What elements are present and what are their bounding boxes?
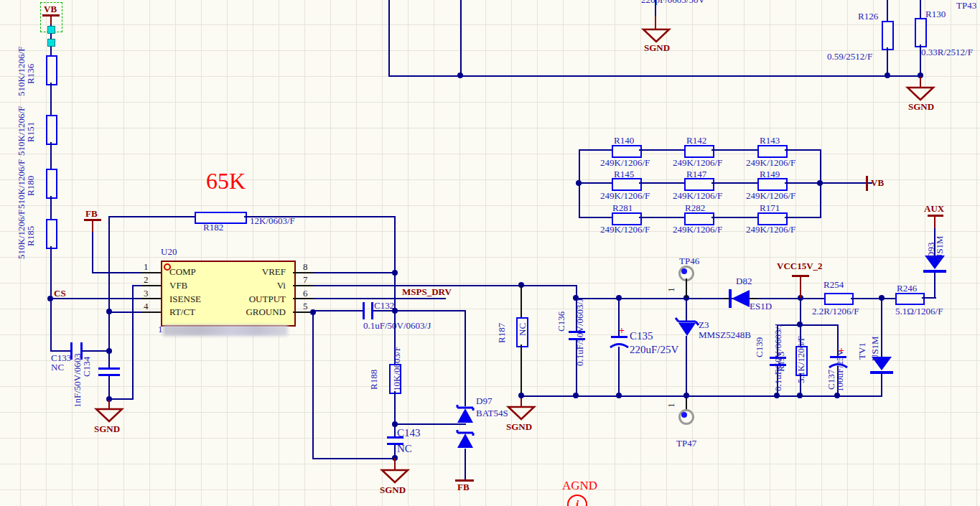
wire[interactable]: [50, 196, 52, 219]
sgnd-label[interactable]: SGND: [94, 424, 120, 434]
resistor-value[interactable]: 510K/1206/F: [17, 106, 26, 156]
agnd-directive[interactable]: i: [567, 495, 587, 506]
wire[interactable]: [313, 310, 363, 311]
aux-port-stem[interactable]: [934, 216, 935, 229]
resistor-r126[interactable]: [882, 21, 894, 50]
resistor-value[interactable]: 249K/1206/F: [746, 191, 795, 200]
zener-z3[interactable]: [676, 316, 699, 337]
resistor-value[interactable]: 510K/1206/F: [17, 159, 26, 209]
capacitor-value[interactable]: 0.1uF/50V/0603/J: [575, 299, 584, 366]
wire[interactable]: [313, 285, 577, 286]
wire[interactable]: [851, 298, 895, 299]
fb-port-label[interactable]: FB: [457, 482, 470, 492]
wire[interactable]: [92, 232, 93, 273]
pin[interactable]: [293, 285, 313, 286]
resistor-value[interactable]: 2.2R/1206/F: [812, 306, 859, 316]
resistor-designator[interactable]: R187: [497, 323, 506, 343]
resistor-value[interactable]: 249K/1206/F: [673, 225, 722, 234]
capacitor-designator[interactable]: C135: [630, 331, 653, 342]
wire[interactable]: [388, 75, 921, 77]
sgnd-label[interactable]: SGND: [908, 102, 934, 112]
diode-designator[interactable]: TV1: [857, 342, 867, 360]
resistor-r142[interactable]: [684, 145, 714, 158]
resistor-r145[interactable]: [612, 178, 642, 191]
wire[interactable]: [108, 311, 142, 313]
diode-designator[interactable]: D82: [736, 276, 752, 286]
diode-d97-top[interactable]: [455, 403, 475, 425]
testpoint-label[interactable]: TP43: [956, 1, 976, 10]
wire[interactable]: [312, 311, 314, 459]
resistor-r143[interactable]: [757, 145, 788, 158]
resistor-designator[interactable]: R126: [858, 11, 878, 21]
wire[interactable]: [579, 217, 615, 218]
resistor-designator[interactable]: R130: [925, 9, 946, 19]
resistor-r254[interactable]: [824, 293, 854, 305]
wire[interactable]: [758, 298, 826, 299]
resistor-value[interactable]: 249K/1206/F: [673, 158, 722, 167]
fb-port-stem[interactable]: [92, 220, 93, 233]
pin[interactable]: [141, 311, 161, 313]
resistor-r185[interactable]: [46, 219, 57, 249]
diode-d82[interactable]: [728, 289, 752, 309]
capacitor-value[interactable]: 0.1uF/50V/0603/J: [363, 321, 431, 330]
wire[interactable]: [785, 217, 821, 218]
sgnd-symbol[interactable]: [907, 87, 934, 101]
capacitor-value[interactable]: 220pF/0603/50V: [641, 0, 705, 4]
diode-d97-bottom[interactable]: [455, 428, 475, 450]
resistor-designator[interactable]: R151: [26, 122, 35, 142]
resistor-designator[interactable]: R246: [897, 284, 917, 293]
vcc-port-label[interactable]: VCC15V_2: [777, 261, 823, 271]
wire[interactable]: [618, 347, 620, 397]
vb-port-label[interactable]: VB: [871, 178, 884, 188]
resistor-designator[interactable]: R282: [685, 203, 705, 212]
sgnd-symbol[interactable]: [95, 408, 123, 423]
gain-annotation[interactable]: 65K: [206, 169, 246, 192]
pin[interactable]: [141, 272, 161, 273]
diode-value[interactable]: ES1D: [750, 301, 772, 311]
wire[interactable]: [881, 374, 882, 397]
sgnd-stem[interactable]: [108, 399, 110, 409]
resistor-value[interactable]: NC: [518, 323, 527, 336]
sgnd-symbol[interactable]: [643, 29, 670, 43]
resistor-designator[interactable]: R147: [686, 169, 706, 179]
capacitor-value[interactable]: NC: [397, 444, 412, 454]
wire[interactable]: [887, 47, 888, 76]
agnd-label[interactable]: AGND: [562, 479, 597, 492]
wire[interactable]: [313, 272, 396, 273]
resistor-value[interactable]: 510K/1206/F: [17, 47, 26, 96]
capacitor-designator[interactable]: C143: [397, 428, 421, 439]
wire[interactable]: [639, 182, 686, 184]
wire[interactable]: [313, 298, 446, 299]
resistor-r136[interactable]: [46, 55, 57, 85]
resistor-designator[interactable]: R171: [760, 203, 780, 212]
sgnd-label[interactable]: SGND: [644, 43, 670, 53]
resistor-r149[interactable]: [757, 178, 788, 191]
capacitor-value[interactable]: NC: [51, 362, 64, 372]
ic-designator[interactable]: U20: [161, 247, 177, 256]
resistor-value[interactable]: 249K/1206/F: [600, 191, 650, 200]
resistor-designator[interactable]: R185: [26, 226, 35, 246]
wire[interactable]: [460, 0, 462, 77]
resistor-r140[interactable]: [612, 145, 642, 158]
resistor-r151[interactable]: [46, 115, 57, 145]
resistor-designator[interactable]: R145: [614, 169, 634, 179]
capacitor-value[interactable]: 220uF/25V: [630, 345, 678, 355]
wire[interactable]: [655, 0, 656, 17]
capacitor-value[interactable]: 100uF/25V: [835, 350, 844, 392]
wire[interactable]: [465, 449, 466, 480]
wire[interactable]: [108, 398, 134, 400]
fb-port-label[interactable]: FB: [85, 209, 98, 219]
pin[interactable]: [521, 345, 522, 396]
resistor-designator[interactable]: R188: [369, 370, 378, 390]
diode-value[interactable]: BAT54S: [476, 408, 508, 418]
cs-net-label[interactable]: CS: [54, 289, 66, 299]
resistor-value[interactable]: 249K/1206/F: [746, 158, 795, 167]
wire[interactable]: [50, 350, 71, 352]
capacitor-designator[interactable]: C132: [374, 301, 394, 310]
capacitor-designator[interactable]: C136: [556, 311, 566, 332]
wire[interactable]: [777, 324, 839, 326]
resistor-value[interactable]: 5.1K/1206/F: [796, 336, 806, 383]
zener-designator[interactable]: Z3: [699, 320, 709, 329]
vb-port-bar[interactable]: [866, 176, 868, 191]
wire[interactable]: [639, 149, 686, 151]
